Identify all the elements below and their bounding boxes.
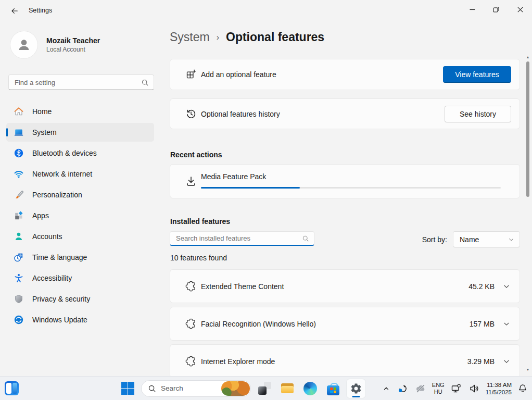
taskbar: Search [0,376,532,400]
sort-dropdown[interactable]: Name [453,231,520,247]
scrollbar[interactable]: ▲ ▼ [525,55,530,372]
sidebar-item-windows-update[interactable]: Windows Update [6,310,154,329]
close-button[interactable] [508,0,532,19]
tray-chevron-up-icon[interactable] [382,384,391,393]
chevron-down-icon[interactable] [503,283,510,290]
sidebar-item-label: Accounts [32,232,62,241]
sidebar-item-label: Apps [32,211,49,220]
network-icon [14,169,24,179]
puzzle-icon [185,318,197,330]
sidebar-item-time-language[interactable]: Time & language [6,248,154,267]
window-controls [460,0,532,19]
see-history-button[interactable]: See history [445,106,511,122]
view-features-button[interactable]: View features [443,66,511,83]
user-account[interactable]: Mozaik Teacher Local Account [10,31,100,58]
settings-search-box[interactable] [8,74,154,90]
gear-icon [350,382,362,395]
edge-button[interactable] [301,379,320,398]
breadcrumb-separator: › [217,33,219,42]
restore-button[interactable] [484,0,508,19]
feature-name: Extended Theme Content [201,282,284,291]
sidebar-item-apps[interactable]: Apps [6,206,154,225]
progress-fill [201,187,300,189]
sidebar-item-home[interactable]: Home [6,102,154,121]
sort-dropdown-value: Name [460,235,508,244]
scroll-up-arrow[interactable]: ▲ [526,55,530,59]
feature-size: 157 MB [470,320,495,328]
settings-taskbar-button[interactable] [347,379,365,398]
sidebar-item-label: Network & internet [32,170,92,178]
feature-name: Facial Recognition (Windows Hello) [201,320,316,328]
tray-date: 11/5/2025 [486,389,512,396]
sidebar-item-label: Accessibility [32,274,72,282]
sidebar-item-accounts[interactable]: Accounts [6,227,154,246]
back-button[interactable] [7,5,22,17]
sidebar-item-accessibility[interactable]: Accessibility [6,269,154,288]
sidebar-item-bluetooth[interactable]: Bluetooth & devices [6,144,154,162]
download-icon [185,175,197,188]
sidebar-item-network[interactable]: Network & internet [6,165,154,183]
language-indicator[interactable]: ENG HU [432,382,445,395]
installed-search-input[interactable] [170,234,302,242]
sidebar-item-system[interactable]: System [6,123,154,142]
tray-time: 11:38 AM [486,381,512,389]
page-title: Optional features [226,30,324,44]
chevron-down-icon[interactable] [503,320,510,328]
breadcrumb-parent[interactable]: System [170,30,210,44]
feature-row[interactable]: Extended Theme Content 45.2 KB [170,269,520,303]
chevron-down-icon[interactable] [503,358,510,365]
minimize-button[interactable] [460,0,484,19]
download-item-name: Media Feature Pack [201,172,266,181]
sidebar-item-label: Time & language [32,253,87,261]
notification-bell-icon[interactable] [516,382,529,395]
recent-actions-heading: Recent actions [170,151,222,159]
sidebar-item-label: Personalization [32,191,82,199]
taskbar-search[interactable]: Search [141,380,251,397]
feature-size: 3.29 MB [467,357,495,366]
history-icon [185,108,197,120]
feature-size: 45.2 KB [468,282,495,291]
system-tray: ENG HU 11:38 AM 11/5/2025 [382,377,529,400]
clock[interactable]: 11:38 AM 11/5/2025 [486,381,512,396]
history-label: Optional features history [201,110,280,118]
installed-search-box[interactable] [170,231,314,246]
privacy-security-icon [14,294,24,304]
volume-icon[interactable] [467,382,481,395]
user-account-type: Local Account [46,46,100,53]
network-icon[interactable] [449,382,463,395]
windows-update-icon [14,315,24,325]
download-progress-bar [201,187,501,189]
task-view-button[interactable] [255,379,274,398]
sidebar-item-label: Bluetooth & devices [32,149,97,157]
active-app-indicator [352,396,360,397]
sidebar-item-label: Privacy & security [32,295,90,303]
accessibility-icon [14,273,24,283]
file-explorer-button[interactable] [278,379,297,398]
microsoft-store-button[interactable] [324,379,343,398]
chevron-down-icon [508,236,514,243]
onedrive-offline-icon[interactable] [414,382,427,395]
sidebar: Mozaik Teacher Local Account Home Syst [0,21,161,376]
widgets-button[interactable] [5,381,19,395]
puzzle-icon [185,281,197,292]
search-icon [148,384,156,393]
bluetooth-icon [14,148,24,158]
sidebar-item-privacy[interactable]: Privacy & security [6,290,154,308]
feature-row[interactable]: Facial Recognition (Windows Hello) 157 M… [170,307,520,341]
feature-row[interactable]: Internet Explorer mode 3.29 MB [170,344,520,376]
titlebar: Settings [0,0,532,21]
search-highlight-thumbnail[interactable] [221,381,250,396]
scrollbar-thumb[interactable] [526,61,529,197]
update-pending-icon[interactable] [396,382,409,395]
sidebar-nav: Home System Bluetooth & devices Network … [0,102,161,331]
add-feature-card: Add an optional feature View features [170,59,520,90]
back-arrow-icon [10,7,19,15]
scroll-down-arrow[interactable]: ▼ [526,368,530,372]
sidebar-item-personalization[interactable]: Personalization [6,185,154,204]
start-button[interactable] [118,379,137,398]
user-name: Mozaik Teacher [46,36,100,45]
installed-features-heading: Installed features [170,217,230,226]
settings-search-input[interactable] [9,79,141,86]
apps-icon [14,210,24,221]
add-feature-label: Add an optional feature [201,70,276,79]
